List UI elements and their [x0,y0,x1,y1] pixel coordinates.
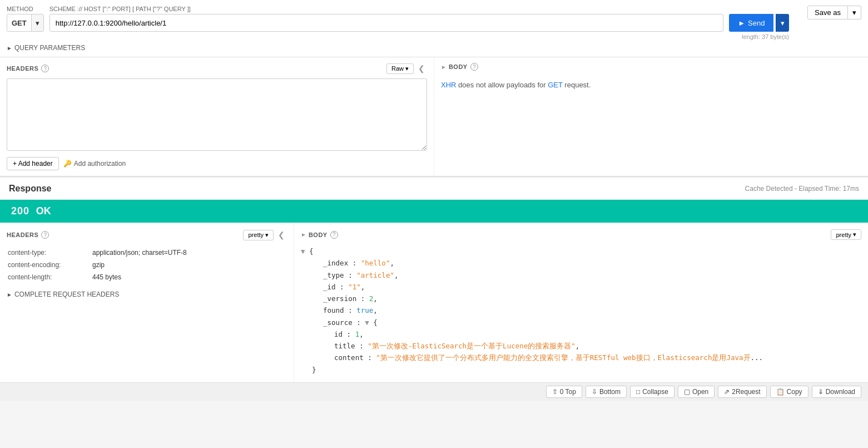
method-selector[interactable]: GET ▾ [7,14,44,32]
top-button[interactable]: ⇧ 0 Top [546,386,582,398]
complete-req-label: COMPLETE REQUEST HEADERS [14,291,119,298]
table-row: content-type: application/json; charset=… [8,247,286,258]
resp-body-expand-icon[interactable]: ► [301,232,306,238]
response-panels: HEADERS ? pretty ▾ ❮ content-type: appli… [0,223,868,382]
json-line-source: _source : ▼ { [301,317,861,328]
open-icon: ▢ [684,388,690,396]
request-section: HEADERS ? Raw ▾ ❮ + Add header 🔑 Add aut… [0,57,868,177]
raw-button[interactable]: Raw ▾ [386,63,414,74]
xhr-suffix: request. [564,81,591,89]
top-label: 0 Top [560,388,576,396]
add-auth-label: Add authorization [74,160,126,168]
resp-body-pretty-label: pretty [836,232,851,238]
xhr-message: XHR does not allow payloads for GET requ… [441,75,861,95]
status-text: OK [36,205,51,216]
resp-body-pretty-button[interactable]: pretty ▾ [831,229,861,240]
header-key: content-type: [8,247,91,258]
header-value: gzip [92,259,286,270]
json-line-content: content : "第一次修改它提供了一个分布式多用户能力的全文搜索引擎，基于… [301,352,861,363]
method-dropdown-arrow[interactable]: ▾ [31,14,43,31]
send-icon: ► [738,19,745,27]
resp-headers-help-icon[interactable]: ? [41,231,49,239]
response-headers-panel: HEADERS ? pretty ▾ ❮ content-type: appli… [0,223,294,382]
add-header-button[interactable]: + Add header [7,157,59,170]
download-icon: ⇓ [818,388,824,396]
to-request-button[interactable]: ⇗ 2Request [718,386,766,398]
copy-label: Copy [787,388,802,396]
collapse-button[interactable]: □ Collapse [630,386,674,398]
collapse-icon: □ [636,388,640,396]
request-headers-panel: HEADERS ? Raw ▾ ❮ + Add header 🔑 Add aut… [0,57,434,176]
table-row: content-length: 445 bytes [8,272,286,283]
to-request-label: 2Request [732,388,760,396]
resp-body-title: BODY [309,232,328,238]
json-line-id: _id : "1", [301,281,861,293]
query-params-label: QUERY PARAMETERS [14,44,85,52]
collapse-arrow-root[interactable]: ▼ [301,247,305,255]
headers-collapse-btn[interactable]: ❮ [416,63,427,74]
xhr-prefix: XHR [441,81,456,89]
send-label: Send [748,19,765,27]
resp-pretty-arrow: ▾ [265,232,269,239]
response-title: Response [9,184,51,194]
headers-help-icon[interactable]: ? [41,65,49,72]
resp-body-help-icon[interactable]: ? [330,231,338,239]
to-request-icon: ⇗ [724,388,730,396]
json-line-close: } [301,364,861,376]
resp-headers-title: HEADERS [7,232,38,238]
top-icon: ⇧ [552,388,558,396]
body-help-icon[interactable]: ? [470,63,478,71]
json-line-brace-open: ▼ { [301,245,861,257]
method-label: METHOD [7,6,44,12]
status-code: 200 [11,205,29,216]
send-button-group: ► Send ▾ [729,14,789,32]
complete-req-arrow: ► [7,292,12,298]
bottom-icon: ⇩ [592,388,597,396]
json-body: ▼ { _index : "hello", _type : "article",… [301,245,861,376]
copy-button[interactable]: 📋 Copy [770,386,809,398]
query-params-row[interactable]: ► QUERY PARAMETERS [7,40,861,53]
resp-pretty-label: pretty [248,232,264,238]
query-params-arrow: ► [7,45,12,51]
json-line-type: _type : "article", [301,269,861,281]
json-line-found: found : true, [301,304,861,316]
save-as-button[interactable]: Save as [807,6,848,19]
json-line-index: _index : "hello", [301,257,861,269]
method-section: METHOD GET ▾ [7,6,44,32]
header-value: 445 bytes [92,272,286,283]
elapsed-time: Cache Detected - Elapsed Time: 17ms [745,185,859,193]
response-section: Response Cache Detected - Elapsed Time: … [0,178,868,401]
open-label: Open [692,388,708,396]
send-button[interactable]: ► Send [729,14,773,32]
resp-headers-collapse-btn[interactable]: ❮ [276,229,287,240]
bottom-label: Bottom [599,388,621,396]
status-bar: 200 OK [0,200,868,223]
collapse-label: Collapse [642,388,668,396]
headers-textarea[interactable] [7,78,427,151]
json-line-version: _version : 2, [301,293,861,304]
response-body-panel: ► BODY ? pretty ▾ ▼ { _index : "hello" [294,223,868,382]
open-button[interactable]: ▢ Open [678,386,715,398]
header-key: content-length: [8,272,91,283]
url-input[interactable] [49,14,723,32]
send-dropdown-arrow[interactable]: ▾ [776,14,789,32]
key-icon: 🔑 [63,160,72,168]
url-label: SCHEME :// HOST [":" PORT] [ PATH ["?" Q… [49,6,723,12]
download-label: Download [826,388,855,396]
source-collapse-arrow[interactable]: ▼ [365,318,369,327]
complete-request-headers[interactable]: ► COMPLETE REQUEST HEADERS [7,291,287,298]
download-button[interactable]: ⇓ Download [812,386,861,398]
resp-pretty-button[interactable]: pretty ▾ [243,230,274,240]
bottom-button[interactable]: ⇩ Bottom [586,386,627,398]
save-as-arrow-button[interactable]: ▾ [848,6,861,19]
add-authorization-button[interactable]: 🔑 Add authorization [63,160,126,168]
response-header-bar: Response Cache Detected - Elapsed Time: … [0,178,868,200]
get-word: GET [548,81,563,89]
response-headers-table: content-type: application/json; charset=… [7,246,287,284]
request-body-panel: ► BODY ? XHR does not allow payloads for… [434,57,868,176]
body-expand-icon[interactable]: ► [441,64,447,70]
table-row: content-encoding: gzip [8,259,286,270]
json-line-title: title : "第一次修改-ElasticSearch是一个基于Lucene的… [301,340,861,352]
headers-title: HEADERS [7,65,38,72]
bottom-toolbar: ⇧ 0 Top ⇩ Bottom □ Collapse ▢ Open ⇗ 2Re… [0,382,868,401]
